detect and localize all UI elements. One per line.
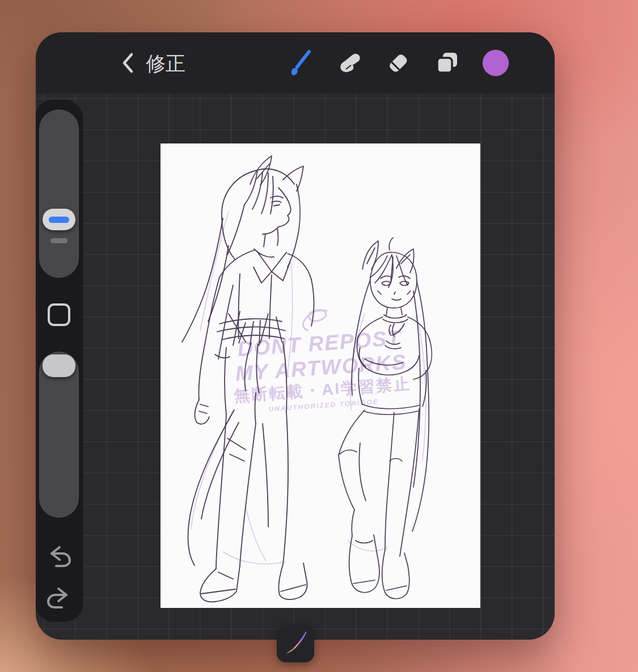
brush-opacity-thumb[interactable] xyxy=(43,354,75,377)
smudge-finger-icon xyxy=(336,50,362,76)
eraser-tool-button[interactable] xyxy=(385,49,412,77)
brush-sidebar xyxy=(36,99,83,622)
brush-size-thumb[interactable] xyxy=(43,209,75,230)
brush-tool-button[interactable] xyxy=(287,49,314,77)
top-toolbar: 修正 xyxy=(36,32,555,94)
redo-icon xyxy=(47,585,71,610)
undo-icon xyxy=(47,543,71,568)
artwork-sketch xyxy=(160,143,480,608)
redo-button[interactable] xyxy=(47,585,71,610)
layers-icon xyxy=(434,50,460,76)
smudge-tool-button[interactable] xyxy=(336,49,363,77)
drawing-canvas[interactable]: DONT REPOST MY ARTWORKS 無断転載・AI学習禁止 UNAU… xyxy=(160,143,480,608)
tool-group xyxy=(287,32,509,94)
color-circle xyxy=(482,47,509,79)
brush-opacity-slider[interactable] xyxy=(39,352,79,518)
layers-tool-button[interactable] xyxy=(433,49,460,77)
chevron-left-icon xyxy=(121,52,134,74)
procreate-icon xyxy=(281,629,310,658)
paintbrush-icon xyxy=(288,49,314,77)
brush-size-indicator xyxy=(49,217,69,223)
brush-size-slider[interactable] xyxy=(39,109,79,278)
procreate-dock-icon[interactable] xyxy=(277,625,314,662)
back-button[interactable]: 修正 xyxy=(121,52,185,74)
brush-size-memory-tick xyxy=(50,238,67,243)
undo-button[interactable] xyxy=(47,543,71,568)
color-swatch-button[interactable] xyxy=(482,49,509,77)
modify-button[interactable] xyxy=(48,303,70,326)
back-label: 修正 xyxy=(146,53,185,73)
eraser-icon xyxy=(385,50,411,76)
procreate-window: 修正 xyxy=(36,32,555,640)
